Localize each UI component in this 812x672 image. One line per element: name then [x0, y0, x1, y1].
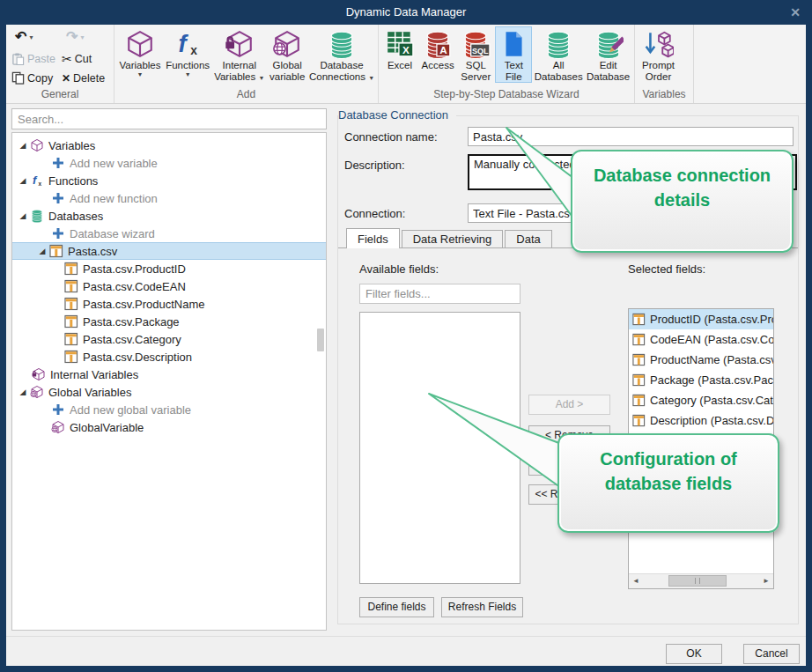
selected-fields-label: Selected fields: [628, 262, 705, 276]
tree-item-label: Functions [48, 174, 98, 188]
ribbon-button-text-file[interactable]: TextFile [495, 26, 532, 83]
ribbon-button-internal-variables[interactable]: InternalVariables ▼ [212, 26, 266, 83]
selected-field-item[interactable]: ProductName (Pasta.csv.ProductName) [629, 350, 773, 370]
tree-item-functions[interactable]: ◢fxFunctions [12, 172, 326, 189]
tree-item-add-new-variable[interactable]: Add new variable [12, 154, 326, 172]
plus-icon [51, 226, 65, 240]
ribbon-group-label: General [6, 88, 114, 100]
expander-icon[interactable]: ◢ [36, 247, 48, 255]
horizontal-scrollbar: ◄ ► [629, 573, 773, 588]
copy-label: Copy [27, 72, 53, 85]
tree-item-label: Add new function [70, 192, 158, 205]
undo-button[interactable]: ↶ ▾ [15, 30, 33, 44]
chevron-down-icon[interactable]: ▾ [29, 33, 33, 41]
selected-field-item[interactable]: Description (Pasta.csv.Description) [629, 410, 773, 431]
copy-button[interactable]: Copy [11, 71, 53, 85]
cube-icon [30, 138, 44, 152]
scrollbar-track[interactable] [643, 574, 759, 588]
expander-icon[interactable]: ◢ [17, 176, 29, 185]
ribbon: ↶ ▾ ↷ ▾ Paste ✂ Cut Copy [6, 25, 806, 104]
table-icon [64, 332, 78, 346]
expander-icon[interactable]: ◢ [17, 388, 29, 396]
tree-item-internal-variables[interactable]: Internal Variables [12, 366, 326, 383]
tree-item-pasta-csv-description[interactable]: Pasta.csv.Description [12, 348, 326, 366]
tree-item-variables[interactable]: ◢Variables [12, 137, 326, 154]
ribbon-button-edit-database[interactable]: EditDatabase [585, 26, 631, 83]
scroll-left-icon[interactable]: ◄ [629, 574, 643, 588]
expander-icon[interactable]: ◢ [17, 141, 29, 150]
tree-item-pasta-csv-codeean[interactable]: Pasta.csv.CodeEAN [12, 277, 326, 295]
ribbon-button-global-variable[interactable]: Globalvariable [267, 26, 307, 83]
plus-icon [51, 402, 65, 417]
ribbon-button-label: Prompt [642, 60, 675, 71]
filter-fields-input[interactable] [359, 284, 520, 304]
tree-item-pasta-csv-category[interactable]: Pasta.csv.Category [12, 330, 326, 348]
selected-field-item[interactable]: ProductID (Pasta.csv.ProductID) [629, 309, 773, 329]
description-label: Description: [344, 159, 405, 172]
scroll-right-icon[interactable]: ► [759, 574, 773, 588]
tab-fields[interactable]: Fields [346, 228, 400, 248]
ok-button[interactable]: OK [666, 644, 722, 664]
ribbon-button-functions[interactable]: fxFunctions▼ [164, 26, 211, 79]
text-file-icon [498, 29, 528, 59]
tree-item-pasta-csv[interactable]: ◢Pasta.csv [12, 242, 326, 260]
tree-item-database-wizard[interactable]: Database wizard [12, 225, 326, 242]
tree-item-pasta-csv-productname[interactable]: Pasta.csv.ProductName [12, 295, 326, 313]
callout-text: database fields [559, 471, 778, 496]
ribbon-button-variables[interactable]: Variables▼ [117, 26, 163, 79]
define-fields-button[interactable]: Define fields [359, 597, 434, 617]
callout-tail [421, 386, 571, 496]
ribbon-button-label: variable [269, 71, 305, 83]
tree-item-pasta-csv-productid[interactable]: Pasta.csv.ProductID [12, 260, 326, 277]
ribbon-button-label: File [506, 71, 522, 83]
chevron-down-icon: ▾ [80, 33, 84, 41]
available-fields-label: Available fields: [359, 262, 439, 276]
ribbon-group-general: ↶ ▾ ↷ ▾ Paste ✂ Cut Copy [6, 25, 114, 103]
scissors-icon: ✂ [62, 52, 72, 66]
table-icon [64, 279, 78, 293]
refresh-fields-button[interactable]: Refresh Fields [441, 597, 523, 617]
ribbon-button-database-connections[interactable]: DatabaseConnections ▼ [308, 26, 375, 83]
expander-icon[interactable]: ◢ [17, 211, 29, 220]
tree-item-pasta-csv-package[interactable]: Pasta.csv.Package [12, 313, 326, 330]
search-input[interactable] [11, 108, 327, 129]
ribbon-button-label: All [553, 60, 565, 71]
selected-field-item[interactable]: Package (Pasta.csv.Package) [629, 370, 773, 390]
tree-item-label: Pasta.csv.CodeEAN [83, 280, 186, 293]
tree-item-label: Databases [48, 210, 103, 223]
callout-text: Database connection [572, 163, 792, 188]
ribbon-button-all-databases[interactable]: AllDatabases [533, 26, 584, 83]
cut-label: Cut [75, 53, 92, 65]
tree-item-globalvariable[interactable]: GlobalVariable [12, 418, 326, 436]
ribbon-button-label: Access [422, 60, 454, 71]
tree-item-global-variables[interactable]: ◢Global Variables [12, 383, 326, 401]
tree-item-add-new-function[interactable]: Add new function [12, 189, 326, 207]
tree-item-label: Pasta.csv.Description [83, 351, 192, 364]
close-icon[interactable]: ✕ [787, 4, 803, 20]
tree-item-label: Database wizard [70, 227, 155, 240]
tab-data-retrieving[interactable]: Data Retrieving [402, 230, 504, 247]
delete-button[interactable]: ✕ Delete [62, 71, 105, 85]
cube-lock-icon [225, 29, 255, 59]
tree-item-label: Pasta.csv.ProductID [83, 262, 186, 276]
database-icon [543, 29, 573, 59]
ribbon-button-access[interactable]: AAccess [419, 26, 456, 72]
ribbon-button-label: Databases [535, 71, 583, 83]
ribbon-button-label: Text [505, 60, 523, 71]
tree-item-add-new-global-variable[interactable]: Add new global variable [12, 401, 326, 418]
callout-configuration-fields: Configuration of database fields [557, 433, 779, 533]
ribbon-button-sql-server[interactable]: SQLSQLServer [457, 26, 494, 83]
selected-field-item[interactable]: Category (Pasta.csv.Category) [629, 390, 773, 410]
ribbon-button-label: SQL [466, 60, 486, 71]
ribbon-group-wizard: XExcelAAccessSQLSQLServerTextFileAllData… [379, 25, 635, 103]
chevron-down-icon: ▼ [368, 75, 374, 81]
scrollbar-thumb[interactable] [668, 575, 727, 587]
ribbon-button-prompt-order[interactable]: PromptOrder [638, 26, 679, 83]
ribbon-button-excel[interactable]: XExcel [381, 26, 418, 72]
cancel-button[interactable]: Cancel [743, 644, 800, 664]
svg-text:SQL: SQL [472, 47, 489, 55]
selected-field-item[interactable]: CodeEAN (Pasta.csv.CodeEAN) [629, 329, 773, 350]
cut-button[interactable]: ✂ Cut [62, 52, 92, 66]
tree-scrollbar-thumb[interactable] [317, 329, 324, 351]
tree-item-databases[interactable]: ◢Databases [12, 207, 326, 225]
